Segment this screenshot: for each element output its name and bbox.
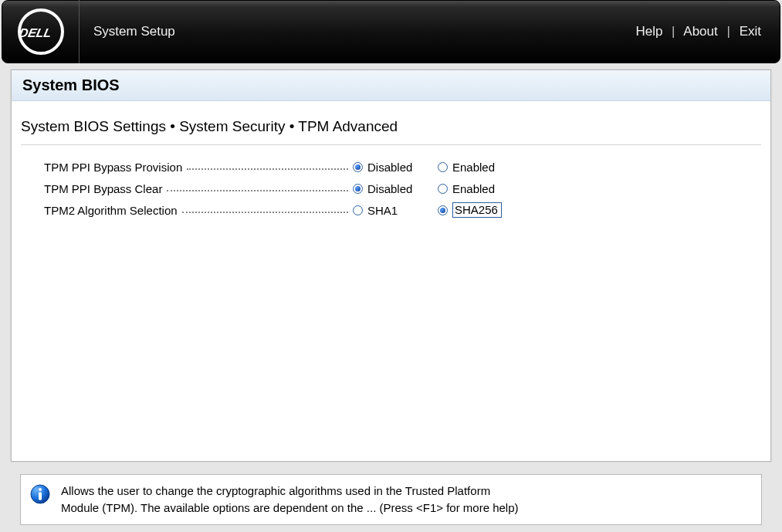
help-text-line1: Allows the user to change the cryptograp… [61, 483, 519, 500]
panel-body: System BIOS Settings • System Security •… [12, 101, 770, 230]
help-text: Allows the user to change the cryptograp… [61, 483, 519, 517]
main-panel: System BIOS System BIOS Settings • Syste… [11, 69, 771, 462]
radio-icon [353, 205, 363, 215]
setting-options: SHA1 SHA256 [353, 202, 517, 218]
radio-icon [353, 184, 363, 194]
option-label: Enabled [452, 161, 495, 174]
setting-label: TPM PPI Bypass Provision [44, 161, 353, 174]
option-enabled[interactable]: Enabled [438, 182, 495, 195]
svg-rect-4 [39, 493, 42, 500]
radio-icon [438, 162, 448, 172]
link-separator: | [672, 24, 675, 39]
radio-icon [438, 205, 448, 215]
setting-label-text: TPM2 Algorithm Selection [44, 204, 181, 217]
svg-text:DELL: DELL [18, 25, 53, 39]
radio-icon [353, 162, 363, 172]
setting-row-tpm2-algorithm-selection: TPM2 Algorithm Selection SHA1 SHA256 [44, 199, 761, 221]
option-label: Disabled [367, 161, 412, 174]
settings-list: TPM PPI Bypass Provision Disabled Enable… [21, 154, 761, 221]
top-bar: DELL System Setup Help | About | Exit [2, 0, 780, 63]
info-icon [30, 484, 50, 507]
option-sha1[interactable]: SHA1 [353, 204, 422, 217]
setting-label: TPM PPI Bypass Clear [44, 182, 353, 195]
setting-label-text: TPM PPI Bypass Provision [44, 161, 185, 174]
option-label: Disabled [367, 182, 412, 195]
option-label: SHA256 [452, 202, 502, 218]
setting-label: TPM2 Algorithm Selection [44, 204, 353, 217]
svg-point-3 [39, 488, 42, 491]
breadcrumb: System BIOS Settings • System Security •… [21, 118, 761, 145]
panel-header: System BIOS [12, 70, 770, 101]
panel-title: System BIOS [22, 76, 120, 94]
header-links: Help | About | Exit [635, 24, 761, 39]
option-enabled[interactable]: Enabled [438, 161, 495, 174]
dell-logo-icon: DELL [16, 7, 66, 56]
dotted-leader [187, 168, 348, 170]
dotted-leader [167, 190, 348, 191]
radio-icon [438, 184, 448, 194]
help-text-line2: Module (TPM). The available options are … [61, 500, 519, 517]
app-title-text: System Setup [93, 24, 175, 39]
exit-link[interactable]: Exit [740, 24, 761, 39]
help-link[interactable]: Help [635, 24, 662, 39]
option-sha256[interactable]: SHA256 [438, 202, 502, 218]
help-bar: Allows the user to change the cryptograp… [20, 474, 762, 525]
option-disabled[interactable]: Disabled [353, 161, 422, 174]
setting-options: Disabled Enabled [353, 182, 510, 195]
option-label: SHA1 [367, 204, 398, 217]
dotted-leader [182, 212, 348, 213]
app-title: System Setup [80, 24, 635, 39]
option-label: Enabled [452, 182, 495, 195]
dell-logo: DELL [2, 0, 80, 63]
link-separator: | [727, 24, 730, 39]
setting-row-tpm-ppi-bypass-clear: TPM PPI Bypass Clear Disabled Enabled [44, 178, 761, 199]
setting-row-tpm-ppi-bypass-provision: TPM PPI Bypass Provision Disabled Enable… [44, 156, 761, 178]
setting-label-text: TPM PPI Bypass Clear [44, 182, 165, 195]
setting-options: Disabled Enabled [353, 161, 510, 174]
about-link[interactable]: About [683, 24, 717, 39]
option-disabled[interactable]: Disabled [353, 182, 422, 195]
